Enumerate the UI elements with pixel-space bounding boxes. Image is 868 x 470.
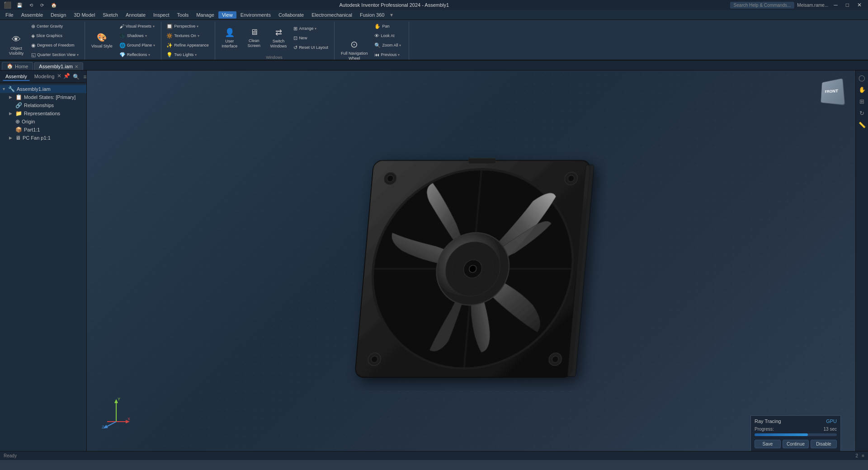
menu-collaborate[interactable]: Collaborate xyxy=(275,11,307,19)
rt-save-button[interactable]: Save xyxy=(755,440,781,448)
rt-title: Ray Tracing xyxy=(755,418,781,424)
close-button[interactable]: ✕ xyxy=(854,1,864,9)
tree-item-relationships[interactable]: 🔗 Relationships xyxy=(0,101,86,109)
menu-view[interactable]: View xyxy=(218,11,236,19)
slice-graphics-button[interactable]: ◈ Slice Graphics xyxy=(29,31,81,40)
menu-fusion360[interactable]: Fusion 360 xyxy=(356,11,388,19)
statusbar-right: 2 ≡ xyxy=(856,453,864,458)
assembly-tab[interactable]: Assembly1.iam ✕ xyxy=(34,62,83,70)
menu-file[interactable]: File xyxy=(2,11,17,19)
minimize-button[interactable]: ─ xyxy=(831,1,840,9)
refine-appearance-button[interactable]: ✨ Refine Appearance xyxy=(164,41,211,50)
tab-close-icon[interactable]: ✕ xyxy=(75,64,78,69)
relationships-label: Relationships xyxy=(24,103,54,108)
tree-item-origin[interactable]: ⊕ Origin xyxy=(0,118,86,126)
menu-design[interactable]: Design xyxy=(47,11,70,19)
tree-expand-assembly[interactable]: ▼ xyxy=(2,87,6,91)
rt-toolbar-btn4[interactable]: ↻ xyxy=(857,108,868,118)
tree-expand-pcfan[interactable]: ▶ xyxy=(9,136,14,140)
tree-item-representations[interactable]: ▶ 📁 Representations xyxy=(0,109,86,118)
center-gravity-button[interactable]: ⊕ Center Gravity xyxy=(29,22,81,31)
rt-toolbar-btn3[interactable]: ⊞ xyxy=(857,96,868,107)
perspective-button[interactable]: 🔲 Perspective ▾ xyxy=(164,22,211,31)
menu-assemble[interactable]: Assemble xyxy=(18,11,47,19)
viewport[interactable]: Y X Z FRONT Ray Tracing GPU xyxy=(87,70,855,451)
sidebar-tab-assembly[interactable]: Assembly xyxy=(3,73,30,81)
tree-expand-modelstates[interactable]: ▶ xyxy=(9,95,14,99)
pcfan-icon: 🖥 xyxy=(15,135,21,141)
user-interface-button[interactable]: 👤 UserInterface xyxy=(218,23,241,53)
maximize-button[interactable]: □ xyxy=(843,1,852,9)
rt-disable-button[interactable]: Disable xyxy=(811,440,837,448)
tree-item-assembly[interactable]: ▼ 🔧 Assembly1.iam xyxy=(0,85,86,93)
rt-gpu-label: GPU xyxy=(826,418,837,424)
menu-electromechanical[interactable]: Electromechanical xyxy=(308,11,356,19)
app-logo-icon: ⬛ xyxy=(4,1,11,9)
menu-manage[interactable]: Manage xyxy=(193,11,218,19)
new-window-button[interactable]: ⊡ New xyxy=(291,33,330,42)
rt-toolbar-btn1[interactable]: ◯ xyxy=(857,72,868,83)
nav-wheel-icon: ⊙ xyxy=(350,39,358,50)
object-visibility-button[interactable]: 👁 ObjectVisibility xyxy=(5,30,28,60)
quick-access-save[interactable]: 💾 xyxy=(15,2,24,9)
tree-item-modelstates[interactable]: ▶ 📋 Model States: [Primary] xyxy=(0,93,86,101)
arrange-button[interactable]: ⊞ Arrange ▾ xyxy=(291,24,330,33)
quick-access-undo[interactable]: ⟲ xyxy=(28,2,35,9)
assembly-icon: 🔧 xyxy=(8,86,15,92)
sidebar-pin-icon[interactable]: 📌 xyxy=(63,73,70,81)
representations-icon: 📁 xyxy=(15,110,22,117)
center-gravity-icon: ⊕ xyxy=(31,24,35,29)
menu-3dmodel[interactable]: 3D Model xyxy=(70,11,99,19)
quarter-icon: ◱ xyxy=(31,52,36,58)
relationships-icon: 🔗 xyxy=(15,102,22,108)
lights-icon: 💡 xyxy=(166,52,173,58)
menu-tools[interactable]: Tools xyxy=(174,11,193,19)
shadows-button[interactable]: 🌑 Shadows ▾ xyxy=(117,31,158,40)
menu-inspect[interactable]: Inspect xyxy=(150,11,173,19)
search-box[interactable]: Search Help & Commands... xyxy=(730,2,795,9)
zoom-all-button[interactable]: 🔍 Zoom All ▾ xyxy=(372,41,405,50)
visibility-row1: 👁 ObjectVisibility ⊕ Center Gravity ◈ Sl… xyxy=(5,22,81,60)
quick-access-home[interactable]: 🏠 xyxy=(49,2,58,9)
menu-environments[interactable]: Environments xyxy=(237,11,274,19)
ribbon-collapse-icon[interactable]: ▾ xyxy=(390,12,393,18)
arrange-icon: ⊞ xyxy=(293,26,297,32)
menu-sketch[interactable]: Sketch xyxy=(99,11,122,19)
rt-continue-button[interactable]: Continue xyxy=(783,440,809,448)
shadows-arrow: ▾ xyxy=(145,34,147,38)
sidebar-tab-modeling[interactable]: Modeling xyxy=(32,73,57,81)
sidebar-search-button[interactable]: 🔍 xyxy=(72,73,80,81)
tree-item-pcfan[interactable]: ▶ 🖥 PC Fan p1:1 xyxy=(0,134,86,142)
reflections-button[interactable]: 💎 Reflections ▾ xyxy=(117,50,158,59)
ground-plane-button[interactable]: 🌐 Ground Plane ▾ xyxy=(117,41,158,50)
visual-small-btns: 🖌 Visual Presets ▾ 🌑 Shadows ▾ 🌐 Ground … xyxy=(117,22,158,59)
eye-icon: 👁 xyxy=(12,34,21,45)
quarter-section-button[interactable]: ◱ Quarter Section View ▾ xyxy=(29,50,81,59)
statusbar-menu-icon[interactable]: ≡ xyxy=(862,453,864,458)
switch-windows-button[interactable]: ⇄ SwitchWindows xyxy=(267,23,291,53)
two-lights-button[interactable]: 💡 Two Lights ▾ xyxy=(164,50,211,59)
shadows-icon: 🌑 xyxy=(119,33,126,39)
look-at-button[interactable]: 👁 Look At xyxy=(372,31,405,40)
degrees-freedom-button[interactable]: ◉ Degrees of Freedom xyxy=(29,41,81,50)
textures-button[interactable]: 🔆 Textures On ▾ xyxy=(164,31,211,40)
tree-item-part1[interactable]: 📦 Part1:1 xyxy=(0,126,86,134)
visual-style-button[interactable]: 🎨 Visual Style xyxy=(88,25,116,56)
reset-ui-button[interactable]: ↺ Reset UI Layout xyxy=(291,43,330,52)
previous-button[interactable]: ⏮ Previous ▾ xyxy=(372,50,405,59)
clean-screen-button[interactable]: 🖥 CleanScreen xyxy=(242,23,266,53)
tree-expand-rep[interactable]: ▶ xyxy=(9,111,14,116)
sidebar-close-icon[interactable]: ✕ xyxy=(57,73,61,81)
rt-toolbar-btn5[interactable]: 📏 xyxy=(857,119,868,130)
menu-annotate[interactable]: Annotate xyxy=(122,11,149,19)
ray-tracing-panel: Ray Tracing GPU Progress: 13 sec Save Co… xyxy=(750,415,841,451)
navigation-cube[interactable]: FRONT xyxy=(819,80,846,107)
rt-toolbar-btn2[interactable]: ✋ xyxy=(857,84,868,95)
nav-cube-face[interactable]: FRONT xyxy=(821,78,845,105)
pan-button[interactable]: ✋ Pan xyxy=(372,22,405,31)
ribbon-group-appearance: 🔲 Perspective ▾ 🔆 Textures On ▾ ✨ Refine… xyxy=(162,22,215,60)
home-tab[interactable]: 🏠 Home xyxy=(2,62,33,70)
full-nav-wheel-button[interactable]: ⊙ Full NavigationWheel xyxy=(337,35,372,60)
quick-access-redo[interactable]: ⟳ xyxy=(38,2,46,9)
visual-presets-button[interactable]: 🖌 Visual Presets ▾ xyxy=(117,22,158,31)
